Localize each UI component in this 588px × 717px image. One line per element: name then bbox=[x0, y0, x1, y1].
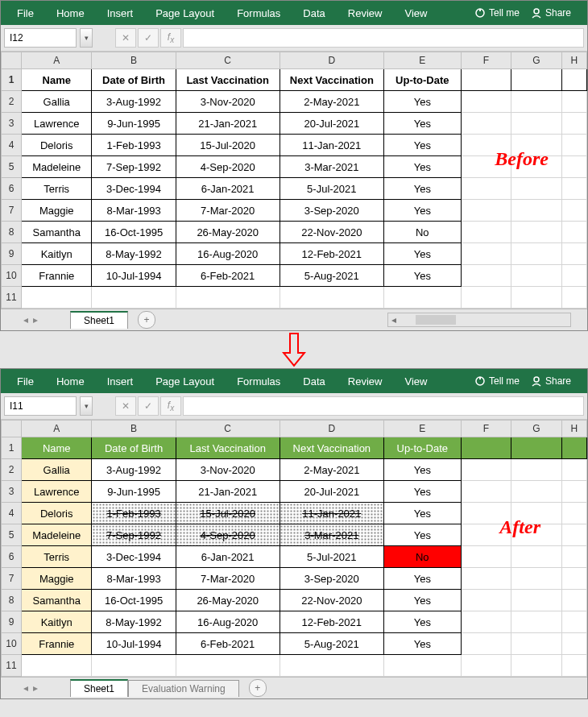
cell[interactable]: 16-Aug-2020 bbox=[176, 611, 280, 633]
cell[interactable]: 5-Aug-2021 bbox=[280, 265, 383, 287]
cell[interactable]: No bbox=[383, 222, 461, 243]
cell[interactable]: No bbox=[383, 546, 461, 568]
row-header[interactable]: 4 bbox=[2, 135, 22, 156]
cell[interactable]: Yes bbox=[383, 459, 461, 481]
row-header[interactable]: 2 bbox=[2, 459, 22, 481]
cell[interactable]: 21-Jan-2021 bbox=[176, 481, 280, 503]
row-header[interactable]: 10 bbox=[2, 633, 22, 655]
row-header[interactable]: 9 bbox=[2, 611, 22, 633]
data-header[interactable]: Name bbox=[21, 437, 91, 459]
name-box[interactable]: I12 bbox=[4, 28, 77, 48]
cell[interactable]: Samantha bbox=[21, 590, 91, 611]
cell[interactable]: 8-May-1992 bbox=[92, 243, 176, 265]
row-header[interactable]: 3 bbox=[2, 113, 22, 135]
cell[interactable]: Gallia bbox=[21, 459, 91, 481]
cell[interactable]: Maggie bbox=[21, 568, 91, 590]
cell[interactable]: 8-Mar-1993 bbox=[92, 200, 176, 222]
cell[interactable]: 3-Aug-1992 bbox=[92, 91, 176, 113]
data-header[interactable]: Next Vaccination bbox=[280, 437, 383, 459]
cell[interactable]: Kaitlyn bbox=[21, 243, 91, 265]
ribbon-tab-home[interactable]: Home bbox=[45, 2, 96, 24]
cell[interactable]: Terris bbox=[21, 178, 91, 200]
ribbon-tab-formulas[interactable]: Formulas bbox=[226, 2, 292, 24]
cell[interactable]: Terris bbox=[21, 546, 91, 568]
ribbon-tab-data[interactable]: Data bbox=[292, 371, 336, 392]
data-header[interactable]: Up-to-Date bbox=[383, 437, 461, 459]
cell[interactable]: 16-Oct-1995 bbox=[92, 590, 176, 611]
col-header[interactable]: A bbox=[21, 52, 91, 69]
enter-icon[interactable]: ✓ bbox=[138, 28, 159, 48]
enter-icon[interactable]: ✓ bbox=[138, 396, 159, 416]
cell[interactable]: Deloris bbox=[21, 135, 91, 156]
tell-me[interactable]: Tell me bbox=[474, 375, 520, 388]
col-header[interactable]: H bbox=[561, 52, 586, 69]
name-box-dropdown[interactable]: ▾ bbox=[80, 28, 93, 48]
cell[interactable]: 3-Nov-2020 bbox=[176, 91, 280, 113]
formula-input[interactable] bbox=[183, 28, 584, 48]
cell[interactable]: Madeleine bbox=[21, 156, 91, 178]
row-header[interactable]: 8 bbox=[2, 590, 22, 611]
col-header[interactable]: F bbox=[461, 52, 511, 69]
cell[interactable]: 22-Nov-2020 bbox=[280, 590, 383, 611]
nav-first-icon[interactable]: ◂ bbox=[23, 314, 28, 325]
cell[interactable]: 22-Nov-2020 bbox=[280, 222, 383, 243]
ribbon-tab-insert[interactable]: Insert bbox=[96, 2, 145, 24]
col-header[interactable]: F bbox=[461, 421, 511, 437]
row-header[interactable]: 3 bbox=[2, 481, 22, 503]
ribbon-tab-file[interactable]: File bbox=[6, 2, 45, 24]
cell[interactable]: Yes bbox=[383, 524, 461, 546]
row-header[interactable]: 1 bbox=[2, 69, 22, 91]
cell[interactable]: 20-Jul-2021 bbox=[280, 113, 383, 135]
cell[interactable]: 7-Sep-1992 bbox=[92, 524, 176, 546]
ribbon-tab-home[interactable]: Home bbox=[45, 371, 96, 392]
data-header[interactable]: Last Vaccination bbox=[176, 69, 280, 91]
col-header[interactable]: D bbox=[280, 52, 383, 69]
data-header[interactable]: Up-to-Date bbox=[383, 69, 461, 91]
cell[interactable]: 3-Dec-1994 bbox=[92, 178, 176, 200]
cell[interactable]: 3-Sep-2020 bbox=[280, 568, 383, 590]
cell[interactable]: Yes bbox=[383, 200, 461, 222]
share-button[interactable]: Share bbox=[531, 7, 571, 19]
sheet-tab[interactable]: Sheet1 bbox=[70, 311, 128, 329]
cell[interactable]: Samantha bbox=[21, 222, 91, 243]
col-header[interactable]: B bbox=[92, 421, 176, 437]
cell[interactable]: 8-Mar-1993 bbox=[92, 568, 176, 590]
col-header[interactable]: G bbox=[511, 52, 561, 69]
cell[interactable]: 15-Jul-2020 bbox=[176, 503, 280, 524]
formula-input[interactable] bbox=[183, 396, 584, 416]
cell[interactable]: 3-Mar-2021 bbox=[280, 156, 383, 178]
col-header[interactable]: E bbox=[383, 421, 461, 437]
ribbon-tab-page-layout[interactable]: Page Layout bbox=[144, 371, 226, 392]
row-header[interactable]: 4 bbox=[2, 503, 22, 524]
cell[interactable]: Yes bbox=[383, 568, 461, 590]
nav-last-icon[interactable]: ▸ bbox=[33, 682, 38, 694]
fx-icon[interactable]: fx bbox=[160, 396, 181, 416]
row-header[interactable]: 5 bbox=[2, 156, 22, 178]
cell[interactable]: Yes bbox=[383, 503, 461, 524]
cell[interactable]: 7-Mar-2020 bbox=[176, 568, 280, 590]
cell[interactable]: Yes bbox=[383, 481, 461, 503]
horizontal-scrollbar[interactable]: ◂ bbox=[387, 313, 571, 327]
cell[interactable]: Frannie bbox=[21, 265, 91, 287]
ribbon-tab-file[interactable]: File bbox=[6, 371, 45, 392]
row-header[interactable]: 10 bbox=[2, 265, 22, 287]
cell[interactable]: Lawrence bbox=[21, 113, 91, 135]
cell[interactable]: Yes bbox=[383, 113, 461, 135]
cell[interactable]: 6-Feb-2021 bbox=[176, 265, 280, 287]
cell[interactable]: Yes bbox=[383, 156, 461, 178]
cell[interactable]: 16-Aug-2020 bbox=[176, 243, 280, 265]
row-header[interactable]: 2 bbox=[2, 91, 22, 113]
data-header[interactable]: Date of Birth bbox=[92, 437, 176, 459]
cell[interactable]: Kaitlyn bbox=[21, 611, 91, 633]
data-header[interactable]: Last Vaccination bbox=[176, 437, 280, 459]
cell[interactable]: Maggie bbox=[21, 200, 91, 222]
cell[interactable]: 5-Jul-2021 bbox=[280, 178, 383, 200]
cell[interactable]: 11-Jan-2021 bbox=[280, 503, 383, 524]
nav-last-icon[interactable]: ▸ bbox=[33, 314, 38, 325]
cell[interactable]: 12-Feb-2021 bbox=[280, 611, 383, 633]
row-header[interactable]: 7 bbox=[2, 568, 22, 590]
ribbon-tab-view[interactable]: View bbox=[393, 2, 438, 24]
cell[interactable]: Frannie bbox=[21, 633, 91, 655]
cell[interactable]: Yes bbox=[383, 265, 461, 287]
cell[interactable]: 9-Jun-1995 bbox=[92, 113, 176, 135]
